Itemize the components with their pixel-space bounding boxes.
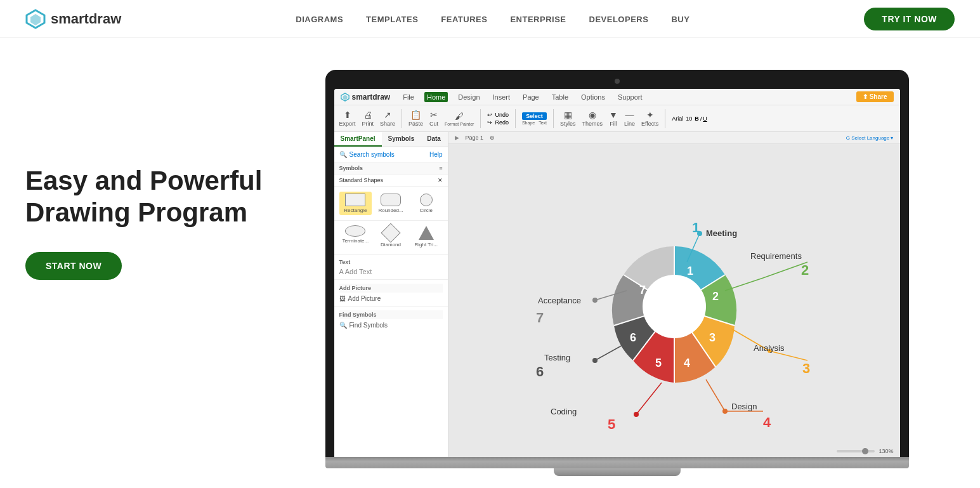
toolbar-undo[interactable]: ↩ Undo	[487, 112, 509, 118]
panel-tabs: SmartPanel Symbols Data ✕	[334, 132, 448, 147]
nav-features[interactable]: FEATURES	[441, 15, 487, 24]
svg-line-33	[706, 379, 725, 411]
nav-buy[interactable]: BUY	[671, 15, 689, 24]
toolbar-separator4	[553, 109, 554, 128]
toolbar-redo[interactable]: ↪ Redo	[487, 119, 509, 126]
canvas-arrow-icon: ▶	[455, 135, 459, 141]
start-now-button[interactable]: START NOW	[25, 252, 122, 280]
svg-point-43	[592, 358, 598, 363]
shape-triangle[interactable]: Right Tri...	[410, 223, 443, 249]
find-symbols-input[interactable]: 🔍 Find Symbols	[339, 322, 443, 329]
svg-text:Analysis: Analysis	[754, 343, 785, 353]
app-menu-table[interactable]: Table	[549, 92, 571, 102]
format-painter-icon: 🖌	[455, 111, 464, 121]
toolbar-share[interactable]: ↗ Share	[380, 110, 395, 127]
app-menu-insert[interactable]: Insert	[490, 92, 513, 102]
svg-line-24	[725, 278, 763, 291]
svg-text:4: 4	[763, 414, 771, 430]
toolbar-fill[interactable]: ▼ Fill	[609, 110, 618, 127]
app-menu-support[interactable]: Support	[615, 92, 645, 102]
redo-icon: ↪	[487, 119, 492, 126]
panel-tab-smartpanel[interactable]: SmartPanel	[334, 132, 382, 147]
font-size-label: 10	[686, 115, 692, 122]
line-icon: —	[625, 110, 634, 120]
app-menu-home[interactable]: Home	[424, 92, 448, 102]
nav-templates[interactable]: TEMPLATES	[366, 15, 418, 24]
svg-text:Design: Design	[731, 402, 757, 411]
toolbar-paste[interactable]: 📋 Paste	[408, 110, 423, 127]
panel-tab-symbols[interactable]: Symbols	[382, 132, 421, 147]
toolbar-effects[interactable]: ✦ Effects	[641, 110, 658, 127]
symbols-menu-icon[interactable]: ≡	[439, 165, 442, 171]
shape-circle[interactable]: Circle	[410, 192, 443, 215]
toolbar-print[interactable]: 🖨 Print	[362, 110, 374, 127]
app-menu-file[interactable]: File	[400, 92, 417, 102]
share-icon2: ↗	[384, 110, 391, 120]
app-container: smartdraw File Home Design Insert Page T…	[334, 89, 900, 457]
help-link[interactable]: Help	[429, 151, 443, 158]
bold-button[interactable]: B	[695, 115, 699, 122]
shape-oval[interactable]: Terminate...	[339, 223, 372, 249]
app-toolbar: ⬆ Export 🖨 Print ↗ Share	[334, 105, 900, 132]
svg-point-35	[722, 409, 728, 414]
add-picture-item[interactable]: 🖼 Add Picture	[339, 295, 443, 302]
canvas-footer: 130%	[837, 448, 893, 454]
toolbar-cut[interactable]: ✂ Cut	[429, 110, 438, 127]
app-logo: smartdraw	[341, 93, 391, 102]
nav-diagrams[interactable]: DIAGRAMS	[296, 15, 343, 24]
undo-icon: ↩	[487, 112, 492, 118]
panel-tab-data[interactable]: Data	[421, 132, 447, 147]
svg-text:Meeting: Meeting	[706, 228, 737, 238]
export-icon: ⬆	[344, 110, 351, 120]
shapes-grid2: Terminate... Diamond	[334, 221, 448, 255]
find-icon: 🔍	[339, 322, 347, 329]
shapes-close-icon[interactable]: ✕	[438, 177, 443, 183]
app-menu: File Home Design Insert Page Table Optio…	[400, 92, 644, 102]
try-it-now-button[interactable]: TRY IT NOW	[864, 8, 955, 30]
app-topbar: smartdraw File Home Design Insert Page T…	[334, 89, 900, 105]
puzzle-diagram: 1 2 3 4 5 6 7	[490, 164, 858, 449]
select-button[interactable]: Select	[522, 112, 547, 120]
app-menu-options[interactable]: Options	[578, 92, 608, 102]
app-menu-design[interactable]: Design	[455, 92, 482, 102]
svg-text:2: 2	[801, 262, 809, 278]
paste-icon: 📋	[410, 110, 421, 120]
toolbar-select[interactable]: Select Shape Text	[522, 112, 547, 125]
toolbar-themes[interactable]: ◉ Themes	[582, 110, 603, 127]
shape-rounded[interactable]: Rounded...	[374, 192, 407, 215]
svg-text:7: 7	[639, 284, 645, 296]
toolbar-export[interactable]: ⬆ Export	[339, 110, 356, 127]
app-logo-icon	[341, 93, 350, 102]
select-language[interactable]: G Select Language ▾	[846, 135, 894, 141]
svg-text:Testing: Testing	[544, 353, 570, 362]
toolbar-format-painter[interactable]: 🖌 Format Painter	[445, 111, 474, 126]
app-menu-page[interactable]: Page	[520, 92, 542, 102]
svg-text:7: 7	[536, 310, 544, 326]
app-logo-text: smartdraw	[352, 93, 391, 102]
laptop-base	[325, 457, 909, 468]
add-text-item[interactable]: A Add Text	[339, 268, 443, 275]
diamond-preview	[383, 225, 398, 241]
svg-text:3: 3	[802, 360, 810, 376]
zoom-bar[interactable]	[837, 450, 875, 452]
canvas-add-page-icon[interactable]: ⊕	[490, 135, 495, 141]
nav-developers[interactable]: DEVELOPERS	[589, 15, 649, 24]
italic-button[interactable]: I	[700, 115, 702, 122]
toolbar-styles[interactable]: ▦ Styles	[560, 110, 576, 127]
laptop-screen-outer: smartdraw File Home Design Insert Page T…	[325, 70, 909, 457]
shape-diamond[interactable]: Diamond	[374, 223, 407, 249]
themes-icon: ◉	[589, 110, 596, 120]
underline-button[interactable]: U	[703, 115, 707, 122]
svg-text:6: 6	[536, 364, 544, 379]
panel-text-section: Text A Add Text	[334, 255, 448, 280]
panel-search[interactable]: 🔍 Search symbols Help	[334, 147, 448, 162]
shape-rectangle[interactable]: Rectangle	[339, 192, 372, 215]
font-style-buttons: B I U	[695, 115, 707, 122]
nav-enterprise[interactable]: ENTERPRISE	[510, 15, 566, 24]
canvas-area[interactable]: ▶ Page 1 ⊕ G Select Language ▾	[448, 132, 900, 457]
toolbar-line[interactable]: — Line	[624, 110, 635, 127]
logo[interactable]: smartdraw	[25, 9, 121, 29]
effects-icon: ✦	[646, 110, 654, 120]
app-share-button[interactable]: ⬆ Share	[856, 91, 894, 102]
logo-icon	[25, 9, 46, 29]
